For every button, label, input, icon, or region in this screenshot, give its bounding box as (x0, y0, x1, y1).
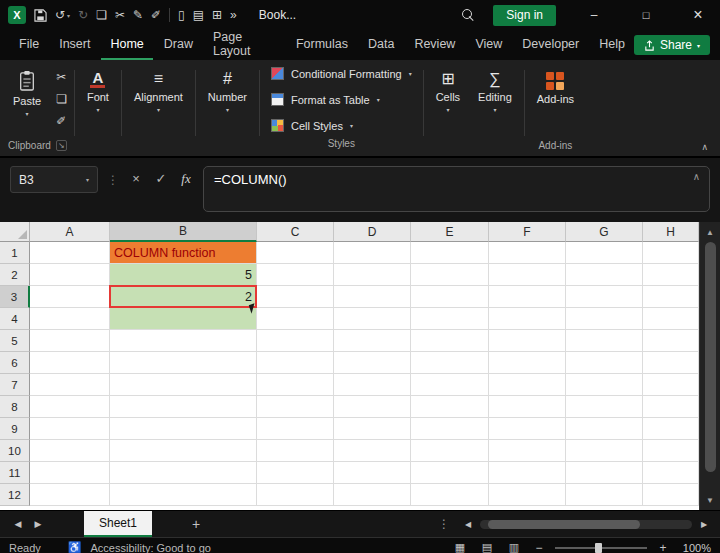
menu-tab-data[interactable]: Data (359, 30, 403, 60)
menu-tab-insert[interactable]: Insert (50, 30, 99, 60)
menu-tab-page-layout[interactable]: Page Layout (204, 30, 285, 60)
cell-D7[interactable] (334, 374, 411, 396)
column-header-C[interactable]: C (257, 222, 334, 242)
cell-D11[interactable] (334, 462, 411, 484)
search-icon[interactable] (462, 9, 475, 22)
cell-G12[interactable] (566, 484, 643, 506)
cell-D3[interactable] (334, 286, 411, 308)
save-button[interactable] (34, 9, 47, 22)
hscroll-left-icon[interactable]: ◀ (460, 520, 476, 529)
cell-B11[interactable] (110, 462, 257, 484)
column-header-A[interactable]: A (30, 222, 110, 242)
cell-A1[interactable] (30, 242, 110, 264)
cell-H7[interactable] (643, 374, 699, 396)
row-header-9[interactable]: 9 (0, 418, 30, 440)
clipboard-dialog-launcher-icon[interactable]: ↘ (56, 140, 67, 151)
cell-E3[interactable] (411, 286, 489, 308)
cell-C7[interactable] (257, 374, 334, 396)
cell-A6[interactable] (30, 352, 110, 374)
cell-C12[interactable] (257, 484, 334, 506)
cell-G8[interactable] (566, 396, 643, 418)
cell-A4[interactable] (30, 308, 110, 330)
cell-F6[interactable] (489, 352, 566, 374)
close-button[interactable]: × (676, 0, 720, 30)
cell-C3[interactable] (257, 286, 334, 308)
cell-B10[interactable] (110, 440, 257, 462)
cell-F4[interactable] (489, 308, 566, 330)
menu-tab-draw[interactable]: Draw (155, 30, 202, 60)
cell-E2[interactable] (411, 264, 489, 286)
horizontal-scrollbar[interactable] (480, 520, 692, 529)
vertical-scrollbar[interactable]: ▲ ▼ (699, 222, 720, 510)
cut-button-ribbon[interactable]: ✂ (56, 70, 67, 84)
zoom-out-button[interactable]: − (532, 541, 546, 553)
cell-H4[interactable] (643, 308, 699, 330)
menu-tab-review[interactable]: Review (405, 30, 464, 60)
cell-H10[interactable] (643, 440, 699, 462)
scroll-down-icon[interactable]: ▼ (706, 493, 714, 507)
collapse-formula-bar-icon[interactable]: ∧ (693, 171, 700, 182)
row-header-10[interactable]: 10 (0, 440, 30, 462)
cell-G7[interactable] (566, 374, 643, 396)
maximize-button[interactable]: □ (624, 0, 668, 30)
column-header-B[interactable]: B (110, 222, 257, 242)
copy-button-ribbon[interactable]: ❏ (56, 92, 67, 106)
sign-in-button[interactable]: Sign in (493, 5, 556, 26)
name-box[interactable]: B3 ▾ (10, 166, 98, 193)
column-header-E[interactable]: E (411, 222, 489, 242)
conditional-formatting-button[interactable]: Conditional Formatting ▾ (271, 67, 412, 80)
cell-B9[interactable] (110, 418, 257, 440)
row-header-11[interactable]: 11 (0, 462, 30, 484)
copy-button[interactable]: ❏ (96, 8, 107, 22)
cell-B2[interactable]: 5 (110, 264, 257, 286)
redo-button[interactable]: ↻ (78, 8, 88, 22)
cell-H6[interactable] (643, 352, 699, 374)
cell-G2[interactable] (566, 264, 643, 286)
cell-G11[interactable] (566, 462, 643, 484)
alignment-button[interactable]: ≡ Alignment ▾ (125, 64, 192, 113)
column-header-F[interactable]: F (489, 222, 566, 242)
cells-button[interactable]: ⊞ Cells ▾ (427, 64, 469, 113)
cell-B4[interactable] (110, 308, 257, 330)
cell-B8[interactable] (110, 396, 257, 418)
cell-styles-button[interactable]: Cell Styles ▾ (271, 119, 412, 132)
cell-A5[interactable] (30, 330, 110, 352)
row-header-6[interactable]: 6 (0, 352, 30, 374)
cell-B12[interactable] (110, 484, 257, 506)
page-layout-view-button[interactable]: ▤ (478, 541, 496, 553)
sheetbar-more-icon[interactable]: ⋮ (438, 517, 450, 531)
cell-C2[interactable] (257, 264, 334, 286)
hscroll-right-icon[interactable]: ▶ (696, 520, 712, 529)
cell-E11[interactable] (411, 462, 489, 484)
cell-G9[interactable] (566, 418, 643, 440)
cell-D6[interactable] (334, 352, 411, 374)
cell-G10[interactable] (566, 440, 643, 462)
column-header-D[interactable]: D (334, 222, 411, 242)
cell-A12[interactable] (30, 484, 110, 506)
row-header-2[interactable]: 2 (0, 264, 30, 286)
cell-G1[interactable] (566, 242, 643, 264)
addins-button[interactable]: Add-ins (528, 64, 583, 105)
cell-A9[interactable] (30, 418, 110, 440)
highlighter-button[interactable]: ✐ (151, 8, 161, 22)
sheet-nav-right-icon[interactable]: ▶ (28, 519, 48, 529)
cell-A8[interactable] (30, 396, 110, 418)
sheet-nav-left-icon[interactable]: ◀ (8, 519, 28, 529)
cell-C9[interactable] (257, 418, 334, 440)
paste-button[interactable]: Paste ▾ (4, 64, 50, 117)
cell-C10[interactable] (257, 440, 334, 462)
cell-B1[interactable]: COLUMN function (110, 242, 257, 264)
normal-view-button[interactable]: ▦ (451, 541, 469, 553)
cell-H11[interactable] (643, 462, 699, 484)
cell-H3[interactable] (643, 286, 699, 308)
editing-button[interactable]: ∑ Editing ▾ (469, 64, 521, 113)
cell-D10[interactable] (334, 440, 411, 462)
cell-C8[interactable] (257, 396, 334, 418)
row-header-1[interactable]: 1 (0, 242, 30, 264)
cell-E10[interactable] (411, 440, 489, 462)
cell-A7[interactable] (30, 374, 110, 396)
cell-F2[interactable] (489, 264, 566, 286)
cell-E1[interactable] (411, 242, 489, 264)
cell-F3[interactable] (489, 286, 566, 308)
menu-tab-formulas[interactable]: Formulas (287, 30, 357, 60)
